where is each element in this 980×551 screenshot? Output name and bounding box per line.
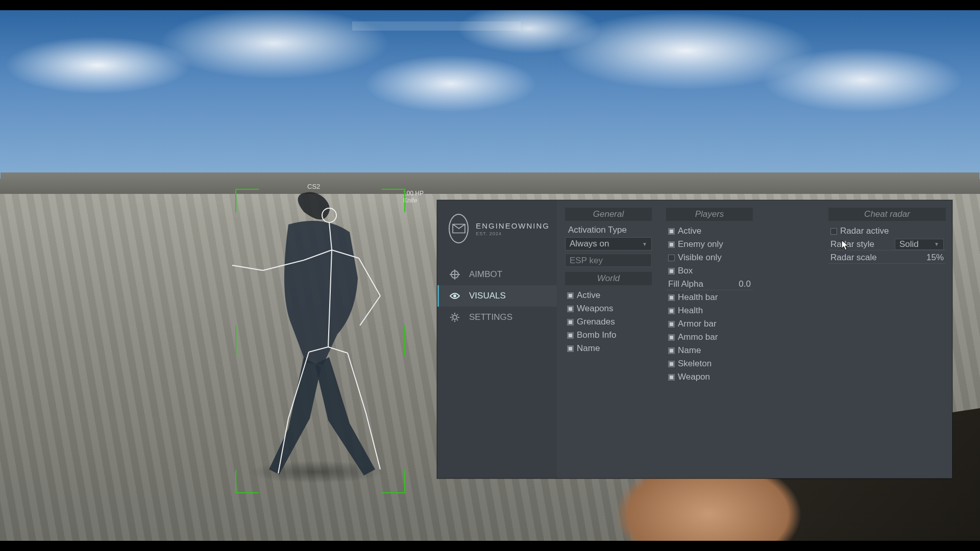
nav-aimbot[interactable]: AIMBOT [445, 264, 550, 285]
world-bomb-info-checkbox[interactable]: Bomb Info [565, 329, 652, 341]
column-general: General Activation Type Always on ▼ ESP … [565, 208, 652, 355]
players-skeleton-checkbox[interactable]: Skeleton [666, 358, 753, 370]
radar-style-value: Solid [899, 239, 919, 249]
svg-point-18 [453, 294, 456, 297]
players-health-checkbox[interactable]: Health [666, 305, 753, 317]
players-active-checkbox[interactable]: Active [666, 225, 753, 237]
svg-line-5 [232, 265, 263, 270]
radar-style-label: Radar style [830, 239, 874, 249]
activation-type-value: Always on [570, 239, 609, 249]
brand-name: ENGINEOWNING [476, 221, 550, 230]
section-players-title: Players [666, 208, 753, 221]
radar-style-row[interactable]: Radar style Solid ▼ [828, 238, 946, 251]
players-weapon-checkbox[interactable]: Weapon [666, 371, 753, 383]
nav-visuals[interactable]: VISUALS [437, 285, 557, 307]
letterbox: CS2 100 HP Knife [0, 0, 980, 551]
logo-icon [449, 214, 469, 243]
svg-line-10 [328, 347, 348, 353]
fill-alpha-value: 0.0 [739, 279, 751, 289]
players-name-checkbox[interactable]: Name [666, 344, 753, 357]
radar-scale-label: Radar scale [830, 253, 877, 263]
column-radar: Cheat radar Radar active Radar style Sol… [828, 208, 946, 264]
game-scene: CS2 100 HP Knife [0, 10, 980, 541]
svg-line-7 [360, 296, 380, 325]
players-box-checkbox[interactable]: Box [666, 265, 753, 277]
gear-icon [450, 312, 460, 322]
section-general-title: General [565, 208, 652, 221]
nav-aimbot-label: AIMBOT [469, 269, 502, 280]
world-grenades-checkbox[interactable]: Grenades [565, 316, 652, 328]
nav-settings-label: SETTINGS [469, 312, 512, 322]
players-visible-only-checkbox[interactable]: Visible only [666, 252, 753, 264]
nav-visuals-label: VISUALS [469, 291, 506, 301]
crosshair-icon [450, 269, 460, 280]
chevron-down-icon: ▼ [934, 241, 939, 247]
svg-line-6 [359, 258, 380, 296]
eye-icon [450, 291, 460, 301]
world-active-checkbox[interactable]: Active [565, 289, 652, 302]
sidebar: ENGINEOWNING EST. 2024 AIMBOT VISUALS SE… [437, 201, 557, 478]
players-enemy-only-checkbox[interactable]: Enemy only [666, 238, 753, 251]
radar-active-checkbox[interactable]: Radar active [828, 225, 946, 237]
activation-type-label: Activation Type [565, 224, 652, 236]
cheat-menu[interactable]: ENGINEOWNING EST. 2024 AIMBOT VISUALS SE… [437, 200, 952, 479]
activation-type-dropdown[interactable]: Always on ▼ [565, 237, 652, 251]
svg-point-19 [453, 315, 457, 319]
nav-settings[interactable]: SETTINGS [445, 307, 550, 328]
radar-scale-row[interactable]: Radar scale 15% [828, 252, 946, 264]
sky [0, 10, 980, 194]
esp-player-name: CS2 [307, 183, 320, 190]
world-name-checkbox[interactable]: Name [565, 342, 652, 355]
brand-sub: EST. 2024 [476, 231, 550, 236]
world-weapons-checkbox[interactable]: Weapons [565, 303, 652, 315]
section-world-title: World [565, 272, 652, 285]
player-skeleton [227, 194, 411, 490]
players-health-bar-checkbox[interactable]: Health bar [666, 291, 753, 304]
chevron-down-icon: ▼ [642, 241, 647, 247]
fill-alpha-row[interactable]: Fill Alpha 0.0 [666, 278, 753, 290]
radar-scale-value: 15% [926, 253, 944, 263]
players-armor-bar-checkbox[interactable]: Armor bar [666, 318, 753, 330]
fill-alpha-label: Fill Alpha [668, 279, 703, 289]
svg-line-13 [348, 353, 366, 413]
esp-key-label: ESP key [570, 256, 603, 265]
esp-key-input[interactable]: ESP key [565, 254, 652, 267]
column-players: Players Active Enemy only Visible only B… [666, 208, 753, 383]
section-radar-title: Cheat radar [828, 208, 946, 221]
top-faint-bar [352, 21, 521, 31]
brand-logo: ENGINEOWNING EST. 2024 [449, 214, 550, 243]
players-ammo-bar-checkbox[interactable]: Ammo bar [666, 331, 753, 343]
